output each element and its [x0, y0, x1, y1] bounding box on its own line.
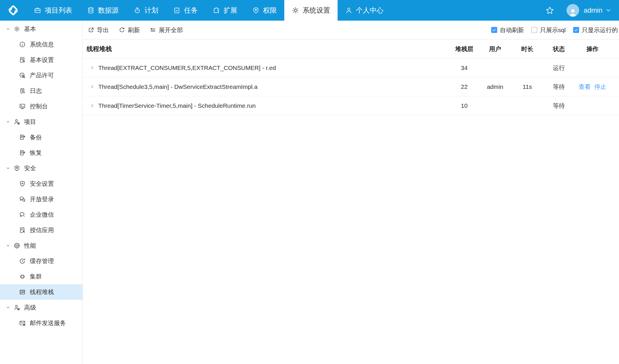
nav-tab-extension[interactable]: 扩展 — [205, 0, 245, 21]
sidebar-item-label: 集群 — [30, 273, 42, 281]
sidebar-item-label: 控制台 — [30, 102, 48, 110]
top-navbar: 项目列表 数据源 计划 任务 扩展 权限 系统设置 个人中心 admin — [0, 0, 619, 21]
only-running-checkbox-label: 只显示运行的 — [582, 26, 618, 34]
refresh-button[interactable]: 刷新 — [119, 26, 140, 34]
table-row: Thread[Schedule3,5,main] - DwServiceExtr… — [83, 77, 619, 96]
cell-thread[interactable]: Thread[EXTRACT_CONSUMER,5,EXTRACT_CONSUM… — [83, 64, 448, 71]
nav-tab-system-settings[interactable]: 系统设置 — [284, 0, 338, 21]
clock-refresh-icon — [19, 258, 26, 265]
chevron-down-icon — [6, 305, 10, 310]
sidebar-item-label: 日志 — [30, 87, 42, 95]
thread-name: Thread[TimerService-Timer,5,main] - Sche… — [98, 102, 256, 109]
app-logo[interactable] — [0, 0, 26, 21]
sidebar-item-basic-settings[interactable]: 基本设置 — [0, 52, 83, 68]
sidebar-item-cache-management[interactable]: 缓存管理 — [0, 253, 83, 269]
sidebar-item-label: 授信应用 — [30, 226, 54, 234]
mail-gear-icon — [19, 320, 26, 326]
only-running-checkbox[interactable] — [573, 27, 579, 33]
only-running-checkbox-group[interactable]: 只显示运行的 — [573, 26, 618, 34]
sidebar-item-trusted-apps[interactable]: 授信应用 — [0, 222, 83, 238]
puzzle-icon — [213, 7, 220, 14]
nav-tab-data-source[interactable]: 数据源 — [80, 0, 126, 21]
avatar[interactable] — [567, 4, 579, 17]
doc-arrow-up-icon — [19, 134, 26, 141]
table-header-row: 线程堆栈 堆栈层 用户 时长 状态 操作 — [83, 40, 619, 58]
sidebar-item-security-settings[interactable]: 安全设置 — [0, 176, 83, 191]
doc-search-icon — [19, 87, 26, 94]
row-action-view[interactable]: 查看 — [579, 83, 591, 91]
nav-tab-schedule[interactable]: 计划 — [126, 0, 166, 21]
row-action-stop[interactable]: 停止 — [594, 83, 606, 91]
sidebar-section-advanced[interactable]: 高级 — [0, 300, 83, 315]
sidebar-item-wecom[interactable]: 企业微信 — [0, 207, 83, 222]
chevron-down-icon — [6, 120, 10, 124]
refresh-icon — [119, 27, 125, 33]
col-header-actions: 操作 — [573, 45, 612, 53]
shield-key-icon — [13, 165, 20, 172]
auto-refresh-checkbox-group[interactable]: 自动刷新 — [491, 26, 524, 34]
nav-tab-permission[interactable]: 权限 — [245, 0, 284, 21]
only-sql-checkbox-group[interactable]: 只展示sql — [531, 26, 566, 34]
favorite-star-icon[interactable] — [545, 6, 555, 15]
sidebar-item-label: 基本设置 — [30, 56, 54, 64]
sidebar-section-security[interactable]: 安全 — [0, 161, 83, 176]
nav-tab-task[interactable]: 任务 — [166, 0, 205, 21]
gauge-icon — [13, 242, 20, 249]
nav-tab-label: 系统设置 — [303, 6, 330, 15]
license-icon — [19, 72, 26, 79]
sidebar-item-label: 产品许可 — [30, 71, 54, 79]
only-sql-checkbox-label: 只展示sql — [540, 26, 566, 34]
thread-stack-page: { "colors": { "navbar_blue": "#1296db", … — [0, 0, 619, 364]
sidebar-item-product-license[interactable]: 产品许可 — [0, 68, 83, 83]
auto-refresh-checkbox[interactable] — [491, 27, 497, 33]
sidebar-item-logs[interactable]: 日志 — [0, 83, 83, 99]
sidebar-item-label: 邮件发送服务 — [30, 319, 66, 327]
auto-refresh-checkbox-label: 自动刷新 — [500, 26, 524, 34]
sidebar-section-basic[interactable]: 基本 — [0, 21, 83, 37]
sidebar-item-console[interactable]: 控制台 — [0, 99, 83, 114]
sidebar-section-label: 性能 — [24, 242, 36, 250]
stopwatch-icon — [134, 7, 141, 14]
sidebar-section-project[interactable]: 项目 — [0, 114, 83, 130]
nav-tab-label: 计划 — [144, 6, 158, 15]
doc-gear-icon — [19, 56, 26, 63]
sidebar-section-performance[interactable]: 性能 — [0, 238, 83, 253]
thread-name: Thread[Schedule3,5,main] - DwServiceExtr… — [98, 83, 258, 90]
sidebar-item-system-info[interactable]: 系统信息 — [0, 37, 83, 52]
user-name[interactable]: admin — [584, 6, 602, 14]
thread-name: Thread[EXTRACT_CONSUMER,5,EXTRACT_CONSUM… — [98, 64, 276, 71]
cell-thread[interactable]: Thread[Schedule3,5,main] - DwServiceExtr… — [83, 83, 448, 90]
sidebar-item-label: 安全设置 — [30, 180, 54, 188]
nav-tab-personal-center[interactable]: 个人中心 — [338, 0, 391, 21]
info-circle-icon — [19, 41, 26, 48]
sidebar-item-restore[interactable]: 恢复 — [0, 145, 83, 161]
cell-duration: 11s — [510, 83, 544, 90]
expand-all-button-label: 展开全部 — [159, 26, 183, 34]
cell-status: 运行 — [544, 64, 573, 72]
clipboard-check-icon — [173, 7, 181, 14]
sidebar-item-mail-service[interactable]: 邮件发送服务 — [0, 315, 83, 331]
gear-icon — [292, 7, 299, 14]
sidebar-item-label: 线程堆栈 — [30, 288, 54, 296]
sidebar-item-open-login[interactable]: 开放登录 — [0, 191, 83, 207]
expand-all-button[interactable]: 展开全部 — [150, 26, 183, 34]
col-header-user: 用户 — [480, 45, 510, 53]
cell-user: admin — [480, 83, 510, 90]
user-menu-chevron-down-icon[interactable] — [605, 7, 612, 13]
sidebar-section-label: 项目 — [24, 118, 36, 126]
chevron-right-icon — [90, 103, 95, 108]
cell-status: 等待 — [544, 102, 573, 110]
sidebar-item-backup[interactable]: 备份 — [0, 130, 83, 145]
nav-tab-label: 个人中心 — [356, 6, 383, 15]
refresh-button-label: 刷新 — [128, 26, 140, 34]
export-button[interactable]: 导出 — [88, 26, 109, 34]
sidebar-item-label: 系统信息 — [30, 40, 54, 48]
export-icon — [88, 27, 94, 33]
chip-icon — [19, 273, 26, 280]
expand-all-icon — [150, 27, 156, 33]
cell-thread[interactable]: Thread[TimerService-Timer,5,main] - Sche… — [83, 102, 448, 109]
sidebar-item-cluster[interactable]: 集群 — [0, 269, 83, 284]
only-sql-checkbox[interactable] — [531, 27, 537, 33]
sidebar-item-thread-stack[interactable]: 线程堆栈 — [0, 284, 83, 300]
nav-tab-project-list[interactable]: 项目列表 — [26, 0, 80, 21]
